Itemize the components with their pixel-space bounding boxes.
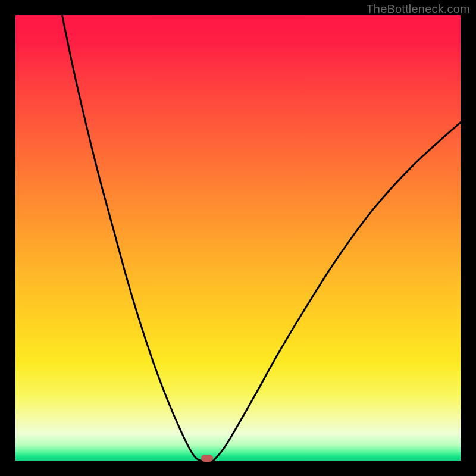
watermark-text: TheBottleneck.com (366, 2, 470, 16)
optimal-point-marker (201, 455, 213, 462)
plot-area (15, 15, 461, 461)
chart-frame: TheBottleneck.com (0, 0, 476, 476)
bottleneck-curve (15, 15, 461, 461)
